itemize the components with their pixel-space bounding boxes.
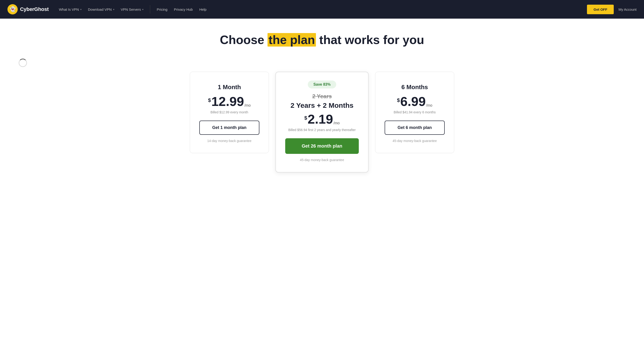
plan-card-6months: 6 Months $ 6.99 /mo Billed $41.94 every … [375, 72, 454, 153]
billed-text-2years: Billed $56.94 first 2 years and yearly t… [285, 128, 359, 132]
money-back-2years: 45-day money-back guarantee [285, 158, 359, 162]
plan-card-1month: 1 Month $ 12.99 /mo Billed $12.99 every … [190, 72, 269, 153]
price-dollar-6months: $ [397, 97, 400, 103]
plan-name-6months: 6 Months [385, 84, 445, 91]
price-dollar-2years: $ [304, 115, 307, 121]
billed-text-1month: Billed $12.99 every month [199, 110, 259, 114]
nav-help[interactable]: Help [196, 6, 209, 13]
money-back-6months: 45-day money-back guarantee [385, 139, 445, 143]
cta-button-2years[interactable]: Get 26 month plan [285, 138, 359, 154]
price-row-1month: $ 12.99 /mo [199, 95, 259, 108]
price-row-6months: $ 6.99 /mo [385, 95, 445, 108]
price-row-2years: $ 2.19 /mo [285, 113, 359, 126]
nav-download-vpn[interactable]: Download VPN ▾ [85, 6, 117, 13]
price-amount-6months: 6.99 [400, 95, 426, 108]
plan-name-strikethrough: 2 Years [285, 93, 359, 100]
price-amount-2years: 2.19 [308, 113, 333, 126]
page-title: Choose the plan that works for you [5, 32, 639, 47]
price-amount-1month: 12.99 [212, 95, 244, 108]
nav-privacy-hub[interactable]: Privacy Hub [171, 6, 196, 13]
money-back-1month: 14-day money-back guarantee [199, 139, 259, 143]
nav-what-is-vpn[interactable]: What Is VPN ▾ [56, 6, 84, 13]
nav-vpn-servers[interactable]: VPN Servers ▾ [118, 6, 146, 13]
plan-name-1month: 1 Month [199, 84, 259, 91]
logo-text: CyberGhost [20, 6, 49, 12]
my-account-link[interactable]: My Account [618, 8, 636, 12]
cta-button-6months[interactable]: Get 6 month plan [385, 120, 445, 135]
billed-text-6months: Billed $41.94 every 6 months [385, 110, 445, 114]
logo-icon: 👻 [8, 4, 18, 14]
price-dollar-1month: $ [208, 97, 211, 103]
cta-button-1month[interactable]: Get 1 month plan [199, 120, 259, 135]
nav-divider [150, 5, 150, 14]
pricing-cards: 1 Month $ 12.99 /mo Billed $12.99 every … [159, 72, 485, 172]
title-highlight: the plan [268, 33, 316, 46]
price-period-1month: /mo [244, 103, 251, 108]
save-badge-2years: Save 83% [308, 80, 336, 88]
price-period-6months: /mo [426, 103, 432, 108]
spinner-area [5, 59, 639, 67]
nav-pricing[interactable]: Pricing [154, 6, 170, 13]
get-off-button[interactable]: Get OFF [587, 5, 614, 14]
price-period-2years: /mo [334, 121, 340, 125]
logo-link[interactable]: 👻 CyberGhost [8, 4, 49, 14]
chevron-down-icon: ▾ [142, 8, 144, 11]
plan-name-main-2years: 2 Years + 2 Months [285, 102, 359, 110]
chevron-down-icon: ▾ [80, 8, 82, 11]
main-content: Choose the plan that works for you 1 Mon… [0, 18, 644, 358]
loading-spinner [19, 59, 27, 67]
nav-right: Get OFF My Account [587, 5, 636, 14]
navbar: 👻 CyberGhost What Is VPN ▾ Download VPN … [0, 0, 644, 18]
nav-links: What Is VPN ▾ Download VPN ▾ VPN Servers… [56, 5, 587, 14]
plan-card-2years: Save 83% 2 Years 2 Years + 2 Months $ 2.… [276, 72, 368, 172]
chevron-down-icon: ▾ [113, 8, 114, 11]
